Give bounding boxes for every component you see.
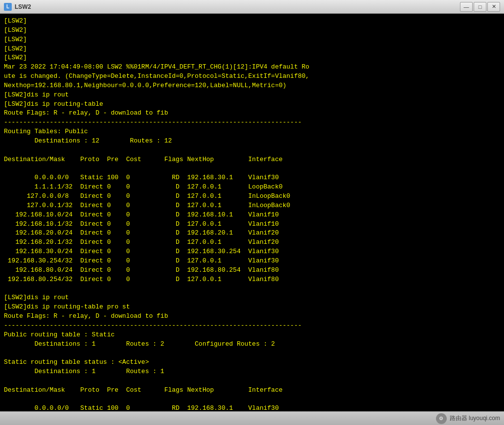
terminal-line: 0.0.0.0/0 Static 100 0 RD 192.168.30.1 V… [4, 173, 500, 183]
terminal-line: ute is changed. (ChangeType=Delete,Insta… [4, 72, 500, 81]
terminal-line: [LSW2] [4, 17, 500, 26]
minimize-button[interactable]: — [460, 2, 473, 12]
terminal-line: [LSW2]dis ip routing-table pro st [4, 303, 500, 312]
terminal-line: [LSW2]dis ip rout [4, 91, 500, 100]
watermark: ⚙ 路由器 luyouqi.com [436, 413, 500, 424]
terminal-line: [LSW2] [4, 35, 500, 45]
terminal-line: Route Flags: R - relay, D - download to … [4, 109, 500, 118]
terminal-line [4, 146, 500, 155]
terminal-line [4, 395, 500, 404]
terminal-line: 192.168.20.0/24 Direct 0 0 D 192.168.20.… [4, 229, 500, 238]
terminal-line: ----------------------------------------… [4, 118, 500, 127]
terminal-line: Routing Tables: Public [4, 127, 500, 137]
terminal-line: 192.168.30.0/24 Direct 0 0 D 192.168.30.… [4, 247, 500, 257]
window-controls: — □ ✕ [460, 2, 500, 12]
statusbar: ⚙ 路由器 luyouqi.com [0, 411, 504, 425]
terminal-line: [LSW2]dis ip routing-table [4, 100, 500, 109]
terminal-line: Nexthop=192.168.80.1,Neighbour=0.0.0.0,P… [4, 81, 500, 91]
terminal-line: 127.0.0.0/8 Direct 0 0 D 127.0.0.1 InLoo… [4, 192, 500, 201]
terminal-line: [LSW2]dis ip rout [4, 293, 500, 303]
terminal-line: 192.168.10.1/32 Direct 0 0 D 127.0.0.1 V… [4, 220, 500, 229]
main-window: L LSW2 — □ ✕ [LSW2][LSW2][LSW2][LSW2][LS… [0, 0, 504, 425]
terminal-output[interactable]: [LSW2][LSW2][LSW2][LSW2][LSW2]Mar 23 202… [0, 14, 504, 411]
terminal-line [4, 284, 500, 293]
terminal-line: 127.0.0.1/32 Direct 0 0 D 127.0.0.1 InLo… [4, 201, 500, 211]
window-title: LSW2 [15, 3, 460, 10]
terminal-line: Public routing table : Static [4, 331, 500, 340]
terminal-line: Destination/Mask Proto Pre Cost Flags Ne… [4, 386, 500, 395]
terminal-line: Destinations : 1 Routes : 1 [4, 367, 500, 377]
terminal-line: 192.168.30.254/32 Direct 0 0 D 127.0.0.1… [4, 257, 500, 266]
maximize-button[interactable]: □ [474, 2, 486, 12]
terminal-line: ----------------------------------------… [4, 321, 500, 331]
terminal-line: Destinations : 12 Routes : 12 [4, 137, 500, 146]
terminal-line: Route Flags: R - relay, D - download to … [4, 312, 500, 321]
terminal-line: 0.0.0.0/0 Static 100 0 RD 192.168.30.1 V… [4, 404, 500, 411]
terminal-line: 192.168.20.1/32 Direct 0 0 D 127.0.0.1 V… [4, 238, 500, 247]
app-icon: L [4, 3, 12, 11]
terminal-line: 192.168.10.0/24 Direct 0 0 D 192.168.10.… [4, 211, 500, 220]
watermark-icon: ⚙ [436, 413, 447, 424]
terminal-line: 192.168.80.254/32 Direct 0 0 D 127.0.0.1… [4, 275, 500, 284]
watermark-text: 路由器 luyouqi.com [450, 414, 500, 423]
terminal-line: Destinations : 1 Routes : 2 Configured R… [4, 340, 500, 349]
terminal-line [4, 165, 500, 174]
terminal-line: [LSW2] [4, 53, 500, 63]
close-button[interactable]: ✕ [487, 2, 500, 12]
terminal-line: Mar 23 2022 17:04:49-08:00 LSW2 %%01RM/4… [4, 63, 500, 72]
terminal-line [4, 349, 500, 358]
terminal-line: Static routing table status : <Active> [4, 358, 500, 367]
terminal-line: [LSW2] [4, 26, 500, 35]
terminal-line: [LSW2] [4, 45, 500, 54]
terminal-line: Destination/Mask Proto Pre Cost Flags Ne… [4, 155, 500, 165]
terminal-line: 1.1.1.1/32 Direct 0 0 D 127.0.0.1 LoopBa… [4, 183, 500, 192]
terminal-line [4, 377, 500, 386]
titlebar: L LSW2 — □ ✕ [0, 0, 504, 14]
terminal-line: 192.168.80.0/24 Direct 0 0 D 192.168.80.… [4, 266, 500, 275]
